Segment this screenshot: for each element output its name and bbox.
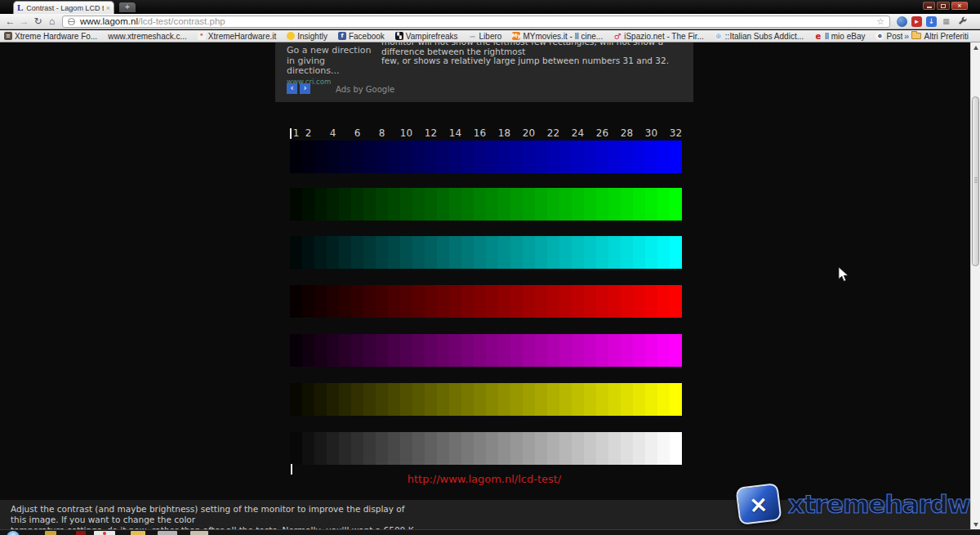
xtremehardware-watermark: × xtremehardware.it [737,485,980,523]
youtube-extension-icon[interactable]: ▸ [911,16,922,27]
gradient-bar-red [290,285,682,318]
bookmark-ebay[interactable]: eIl mio eBay [814,32,865,41]
scale-label: 22 [547,127,559,139]
bookmarks-overflow-chevron[interactable]: » [904,31,909,41]
address-bar[interactable]: www.lagom.nl/lcd-test/contrast.php ☆ [62,16,890,28]
taskbar-app-5[interactable] [190,531,208,535]
screen: L Contrast - Lagom LCD test × + × ← → ↻ … [0,0,980,535]
back-button[interactable]: ← [3,16,17,27]
start-orb[interactable] [7,531,20,535]
taskbar-badge-dot [103,532,106,535]
gradient-bar-magenta [290,334,682,367]
url-host: www.lagom.nl [80,16,138,26]
browser-tab[interactable]: L Contrast - Lagom LCD test × [13,1,114,14]
bookmark-ispazio[interactable]: ♂iSpazio.net - The Fir... [613,32,704,41]
ad-prev-button[interactable]: ‹ [287,83,297,94]
bookmark-mymovies[interactable]: MyMYmovies.it - Il cine... [512,32,603,41]
bookmark-label: MYmovies.it - Il cine... [523,32,603,41]
tab-close-icon[interactable]: × [106,4,110,12]
url-path: /lcd-test/contrast.php [138,16,225,26]
window-controls: × [923,2,968,10]
bookmark-label: Libero [479,32,502,41]
italiansubs-favicon: ◎ [715,32,723,40]
gradient-bar-gray [290,432,682,465]
bookmark-label: iSpazio.net - The Fir... [624,32,704,41]
scrollbar-thumb[interactable] [972,96,979,266]
scroll-up-arrow[interactable] [971,42,980,52]
profile-extension-icon[interactable] [897,16,907,27]
site-globe-icon [68,18,75,25]
lagom-link[interactable]: http://www.lagom.nl/lcd-test/ [275,473,693,485]
bookmark-label: XtremeHardware.it [208,32,276,41]
lagom-favicon-icon: L [17,3,23,12]
intro-paragraph: monitor will not show the leftmost few r… [381,42,693,66]
bookmark-facebook[interactable]: fFacebook [338,32,385,41]
bookmark-libero[interactable]: ∽Libero [469,32,502,41]
window-maximize-button[interactable] [937,2,950,10]
bookmark-label: ::Italian Subs Addict... [725,32,804,41]
scale-row: 12468101214161820222426283032 [290,125,682,140]
bookmarks-folder-altri-preferiti[interactable]: Altri Preferiti [911,32,969,41]
wrench-menu-icon[interactable] [957,16,968,27]
reload-button[interactable]: ↻ [31,16,45,27]
taskbar-app-4[interactable] [158,531,177,535]
bookmark-poste-italiane[interactable]: ePoste Italiane - Hom... [875,32,902,41]
ad-next-button[interactable]: › [300,83,310,94]
xtremehardware-forum-favicon: ≡ [4,32,12,40]
poste-italiane-favicon: e [875,32,884,40]
google-ad-box: monitor will not show the leftmost few r… [275,42,693,102]
bookmark-insightly[interactable]: Insightly [287,32,327,41]
gradient-bar-blue [290,140,682,173]
forward-button[interactable]: → [17,16,31,27]
ad-pager: ‹ › [287,83,310,94]
browser-titlebar: L Contrast - Lagom LCD test × + × [0,0,980,14]
scale-label: 30 [645,127,657,139]
x-glyph: × [748,490,768,518]
windows-taskbar[interactable] [0,529,980,535]
home-button[interactable]: ⌂ [45,16,59,27]
ad-headline[interactable]: Go a new direction in giving directions.… [287,46,376,77]
ads-by-google-label[interactable]: Ads by Google [336,85,394,94]
scale-label: 26 [596,127,608,139]
intro-line: few, or shows a relatively large jump be… [381,56,693,66]
scale-label: 8 [379,127,385,139]
ebay-favicon: e [814,32,822,40]
scale-label: 32 [670,127,682,139]
scale-label: 24 [572,127,584,139]
taskbar-app-3[interactable] [94,531,115,535]
scale-label: 4 [330,127,336,139]
minimize-icon [927,7,932,8]
scale-label: 16 [474,127,486,139]
gradient-bar-yellow [290,383,682,416]
download-extension-icon[interactable]: ↓ [926,16,937,27]
extensions-area: ▸↓▦ [897,16,951,27]
bookmark-xtremehardware-it[interactable]: *XtremeHardware.it [198,32,276,41]
ad-text-block: Go a new direction in giving directions.… [287,46,376,86]
facebook-favicon: f [338,32,346,40]
window-close-button[interactable]: × [951,2,968,10]
scroll-down-arrow[interactable] [971,519,980,529]
bookmark-xtremeshack[interactable]: www.xtremeshack.c... [108,32,187,41]
scale-label: 12 [425,127,437,139]
up-triangle-icon [973,46,978,50]
bookmark-label: www.xtremeshack.c... [108,32,187,41]
footer-line: Adjust the contrast (and maybe brightnes… [11,504,419,525]
taskbar-app-1[interactable] [45,531,56,535]
vertical-scrollbar[interactable] [970,42,980,529]
thumb-grip-icon [974,177,978,183]
apps-grid-extension-icon[interactable]: ▦ [941,16,951,27]
browser-navbar: ← → ↻ ⌂ www.lagom.nl/lcd-test/contrast.p… [0,14,980,29]
folder-icon [911,33,921,39]
bookmark-vampirefreaks[interactable]: ▚Vampirefreaks [395,32,458,41]
taskbar-folder[interactable] [131,531,145,535]
window-minimize-button[interactable] [923,2,935,10]
scale-tick [290,128,292,139]
bookmark-xtreme-hardware-forum[interactable]: ≡Xtreme Hardware Fo... [4,32,97,41]
bookmark-italiansubs[interactable]: ◎::Italian Subs Addict... [715,32,804,41]
xtremehardware-favicon: * [198,32,206,40]
bookmarks-bar: ≡Xtreme Hardware Fo...www.xtremeshack.c.… [0,30,980,42]
new-tab-button[interactable]: + [119,2,136,12]
scale-label: 10 [400,127,412,139]
bookmark-star-icon[interactable]: ☆ [876,16,884,27]
taskbar-app-2[interactable] [76,531,86,535]
